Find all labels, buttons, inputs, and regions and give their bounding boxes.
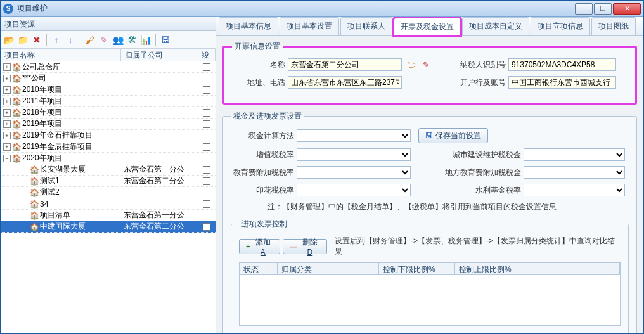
minimize-button[interactable]: —: [575, 3, 593, 15]
grid-col-low: 控制下限比例%: [379, 263, 455, 274]
delete-icon[interactable]: ✖: [31, 34, 42, 46]
tree-item-label: 中建国际大厦: [40, 221, 86, 232]
tree-row[interactable]: 🏠项目清单东营金石第一分公: [1, 210, 216, 221]
done-checkbox[interactable]: [203, 98, 210, 105]
done-checkbox[interactable]: [203, 75, 210, 82]
save-icon[interactable]: 🖫: [160, 34, 171, 46]
save-settings-button[interactable]: 🖫 保存当前设置: [418, 128, 488, 143]
done-checkbox[interactable]: [203, 166, 210, 174]
stamp-select[interactable]: [297, 184, 411, 196]
tree-row[interactable]: +🏠2019年金辰挂靠项目: [1, 141, 216, 153]
save-disk-icon: 🖫: [425, 131, 433, 140]
delete-button[interactable]: — 删除D: [283, 239, 327, 254]
add-button[interactable]: + 添加A: [239, 239, 280, 254]
expander-icon[interactable]: +: [3, 86, 11, 94]
tree-row[interactable]: 🏠长安湖景大厦东营金石第一分公: [1, 164, 216, 176]
done-checkbox[interactable]: [203, 200, 210, 208]
tree-row[interactable]: +🏠2011年项目: [1, 96, 216, 107]
minus-icon: —: [290, 242, 297, 251]
done-checkbox[interactable]: [203, 212, 210, 219]
tree-row[interactable]: −🏠2020年项目: [1, 153, 216, 164]
edu-select[interactable]: [297, 166, 411, 179]
tree-row[interactable]: 🏠测试2: [1, 187, 216, 198]
done-checkbox[interactable]: [203, 109, 210, 117]
tree-row[interactable]: +🏠***公司: [1, 73, 216, 84]
expander-icon[interactable]: +: [3, 75, 11, 82]
taxid-input[interactable]: [508, 58, 616, 71]
tree-item-label: 2019年金石挂靠项目: [22, 130, 93, 141]
tax-settings-group: 税金及进项发票设置 税金计算方法 🖫 保存当前设置 增值税税率 城市建设维护税税…: [222, 111, 637, 333]
grid-col-status: 状态: [240, 263, 278, 274]
move-up-icon[interactable]: ↑: [51, 34, 62, 46]
chart-icon[interactable]: 📊: [140, 34, 151, 46]
expander-icon[interactable]: +: [3, 120, 11, 128]
control-grid-body[interactable]: [239, 275, 621, 326]
bank-input[interactable]: [508, 76, 616, 89]
tree-item-label: 2019年项目: [22, 119, 62, 129]
tree-item-label: 2020年项目: [22, 153, 62, 164]
tab[interactable]: 项目基本信息: [219, 17, 278, 35]
water-select[interactable]: [524, 184, 625, 196]
localedu-select[interactable]: [524, 166, 625, 179]
done-checkbox[interactable]: [203, 120, 210, 128]
tree-row[interactable]: +🏠2019年项目: [1, 119, 216, 130]
expander-icon[interactable]: +: [3, 132, 11, 139]
house-icon: 🏠: [12, 143, 21, 151]
expander-icon[interactable]: +: [3, 98, 11, 105]
users-icon[interactable]: 👥: [112, 34, 124, 46]
expander-icon[interactable]: +: [3, 109, 11, 117]
project-tree[interactable]: +🏠公司总仓库+🏠***公司+🏠2010年项目+🏠2011年项目+🏠2018年项…: [1, 61, 216, 333]
tab[interactable]: 开票及税金设置: [394, 18, 461, 36]
edit-pencil-icon[interactable]: ✎: [420, 59, 432, 70]
tree-row[interactable]: +🏠2010年项目: [1, 84, 216, 96]
calc-select[interactable]: [297, 129, 411, 142]
done-checkbox[interactable]: [203, 63, 210, 71]
tree-row[interactable]: 🏠测试1东营金石第二分公: [1, 176, 216, 187]
new-folder-icon[interactable]: 📁: [17, 34, 29, 46]
edit-icon[interactable]: ✎: [98, 34, 110, 46]
tree-row[interactable]: 🏠34: [1, 198, 216, 210]
tab[interactable]: 项目联系人: [340, 17, 392, 35]
tree-item-label: 2019年金辰挂靠项目: [22, 141, 93, 152]
tree-row[interactable]: 🏠中建国际大厦东营金石第二分公: [1, 221, 216, 233]
addr-input[interactable]: [288, 76, 402, 89]
open-folder-icon[interactable]: 📂: [3, 34, 15, 46]
done-checkbox[interactable]: [203, 132, 210, 139]
settings-icon[interactable]: 🛠: [126, 34, 138, 46]
done-checkbox[interactable]: [203, 143, 210, 151]
app-icon: S: [3, 4, 13, 14]
tab[interactable]: 项目基本设置: [280, 17, 339, 35]
house-icon: 🏠: [30, 211, 39, 220]
tab[interactable]: 项目成本自定义: [462, 17, 529, 35]
city-select[interactable]: [524, 148, 625, 161]
done-checkbox[interactable]: [203, 177, 210, 185]
done-checkbox[interactable]: [203, 189, 210, 196]
maximize-button[interactable]: ☐: [594, 3, 612, 15]
tab[interactable]: 项目图纸: [591, 17, 636, 35]
tree-row[interactable]: +🏠2019年金石挂靠项目: [1, 130, 216, 141]
move-down-icon[interactable]: ↓: [65, 34, 76, 46]
tree-item-label: 2018年项目: [22, 107, 62, 118]
app-window: S 项目维护 — ☐ ✕ 项目资源 📂 📁 ✖ ↑ ↓ 🖌 ✎ 👥 🛠: [0, 0, 644, 334]
tab[interactable]: 项目立项信息: [531, 17, 590, 35]
tree-row[interactable]: +🏠公司总仓库: [1, 61, 216, 73]
house-icon: 🏠: [12, 97, 21, 106]
brush-icon[interactable]: 🖌: [84, 34, 96, 46]
done-checkbox[interactable]: [203, 223, 210, 231]
form-area: 开票信息设置 名称 ⮌ ✎ 纳税人识别号 地址、电话 开户行及账号: [216, 36, 643, 333]
tree-item-label: 34: [40, 200, 48, 209]
vat-select[interactable]: [297, 148, 411, 161]
done-checkbox[interactable]: [203, 155, 210, 162]
expander-icon[interactable]: +: [3, 63, 11, 71]
expander-icon[interactable]: −: [3, 155, 11, 162]
copy-left-icon[interactable]: ⮌: [404, 59, 417, 70]
done-checkbox[interactable]: [203, 86, 210, 94]
close-button[interactable]: ✕: [613, 3, 641, 15]
name-input[interactable]: [288, 58, 402, 71]
grid-col-cat: 归属分类: [278, 263, 379, 274]
tree-item-sub: 东营金石第一分公: [121, 210, 198, 221]
tree-item-label: 测试1: [40, 176, 60, 186]
save-settings-label: 保存当前设置: [435, 131, 481, 141]
tree-row[interactable]: +🏠2018年项目: [1, 107, 216, 119]
expander-icon[interactable]: +: [3, 143, 11, 151]
